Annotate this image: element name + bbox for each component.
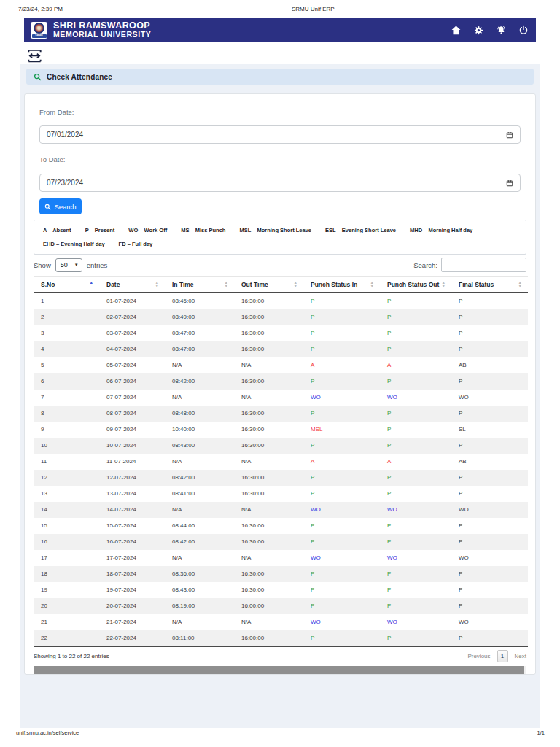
column-header-out-time[interactable]: Out Time▲▼ bbox=[234, 277, 303, 293]
column-header-in-time[interactable]: In Time▲▼ bbox=[165, 277, 234, 293]
table-cell: 15 bbox=[34, 518, 99, 534]
sidebar-toggle-icon[interactable] bbox=[26, 47, 43, 64]
home-icon[interactable] bbox=[450, 24, 462, 36]
horizontal-scrollbar-thumb[interactable] bbox=[34, 666, 524, 674]
column-header-punch-status-out[interactable]: Punch Status Out▲▼ bbox=[380, 277, 451, 293]
table-search-input[interactable] bbox=[441, 258, 526, 272]
table-cell: 08:43:00 bbox=[165, 582, 234, 598]
table-row: 1111-07-2024N/AN/AAAAB bbox=[34, 454, 528, 470]
notifications-bell-icon[interactable] bbox=[495, 24, 507, 36]
table-cell: P bbox=[303, 438, 380, 454]
table-row: 1818-07-202408:36:0016:30:00PPP bbox=[34, 566, 528, 582]
table-cell: P bbox=[380, 598, 451, 614]
table-cell: 01-07-2024 bbox=[99, 293, 165, 309]
table-cell: 08:19:00 bbox=[165, 598, 234, 614]
table-cell: P bbox=[303, 309, 380, 325]
table-cell: MSL bbox=[303, 422, 380, 438]
table-cell: 16:30:00 bbox=[234, 582, 303, 598]
table-row: 1414-07-2024N/AN/AWOWOWO bbox=[34, 502, 528, 518]
search-icon bbox=[34, 73, 42, 81]
table-cell: 02-07-2024 bbox=[99, 309, 165, 325]
sort-icon: ▲▼ bbox=[370, 281, 374, 288]
column-header-date[interactable]: Date▲▼ bbox=[99, 277, 165, 293]
table-cell: P bbox=[451, 486, 528, 502]
table-cell: P bbox=[303, 630, 380, 647]
table-cell: 20 bbox=[34, 598, 99, 614]
table-cell: P bbox=[451, 566, 528, 582]
column-header-final-status[interactable]: Final Status▲▼ bbox=[451, 277, 528, 293]
table-cell: 16:30:00 bbox=[234, 406, 303, 422]
table-row: 1919-07-202408:43:0016:30:00PPP bbox=[34, 582, 528, 598]
table-cell: WO bbox=[303, 550, 380, 566]
university-logo[interactable]: SRMU bbox=[31, 22, 47, 39]
brand-line2: MEMORIAL UNIVERSITY bbox=[53, 31, 151, 39]
column-header-punch-status-in[interactable]: Punch Status In▲▼ bbox=[303, 277, 380, 293]
table-cell: 16:30:00 bbox=[234, 309, 303, 325]
navbar: SRMU SHRI RAMSWAROOP MEMORIAL UNIVERSITY bbox=[24, 18, 536, 42]
print-url: unif.srmu.ac.in/selfservice bbox=[16, 729, 79, 736]
sort-icon: ▲▼ bbox=[518, 281, 522, 288]
table-cell: N/A bbox=[234, 502, 303, 518]
calendar-icon[interactable] bbox=[506, 179, 513, 187]
legend-row: EHD – Evening Half dayFD – Full day bbox=[43, 241, 517, 247]
table-cell: N/A bbox=[234, 454, 303, 470]
search-button[interactable]: Search bbox=[39, 198, 82, 214]
table-cell: 5 bbox=[34, 357, 99, 374]
to-date-value: 07/23/2024 bbox=[47, 179, 83, 187]
table-cell: 08:49:00 bbox=[165, 309, 234, 325]
logo-emblem bbox=[34, 23, 44, 34]
sort-icon: ▲▼ bbox=[155, 281, 159, 288]
current-page-button[interactable]: 1 bbox=[497, 650, 508, 662]
table-cell: P bbox=[380, 325, 451, 341]
to-date-input[interactable]: 07/23/2024 bbox=[39, 174, 521, 192]
table-cell: A bbox=[380, 454, 451, 470]
toolbar bbox=[24, 42, 536, 64]
page-title: Check Attendance bbox=[47, 73, 112, 81]
table-cell: 12 bbox=[34, 470, 99, 486]
column-label: In Time bbox=[172, 281, 194, 288]
table-cell: N/A bbox=[165, 614, 234, 630]
table-cell: P bbox=[380, 438, 451, 454]
calendar-icon[interactable] bbox=[506, 131, 513, 139]
table-cell: N/A bbox=[165, 502, 234, 518]
next-page-button[interactable]: Next bbox=[515, 653, 526, 659]
previous-page-button[interactable]: Previous bbox=[467, 653, 490, 659]
table-row: 1717-07-2024N/AN/AWOWOWO bbox=[34, 550, 528, 566]
page-title-bar: Check Attendance bbox=[26, 69, 534, 85]
table-row: 101-07-202408:45:0016:30:00PPP bbox=[34, 293, 528, 309]
table-cell: 22 bbox=[34, 630, 99, 647]
table-cell: 13-07-2024 bbox=[99, 486, 165, 502]
table-cell: WO bbox=[380, 614, 451, 630]
table-cell: P bbox=[451, 406, 528, 422]
column-header-s-no[interactable]: S.No▲▼ bbox=[34, 277, 99, 293]
table-cell: A bbox=[380, 357, 451, 374]
table-cell: P bbox=[451, 438, 528, 454]
table-row: 2222-07-202408:11:0016:00:00PPP bbox=[34, 630, 528, 647]
table-cell: N/A bbox=[234, 390, 303, 406]
to-date-label: To Date: bbox=[39, 155, 521, 163]
table-cell: 19-07-2024 bbox=[99, 582, 165, 598]
table-cell: P bbox=[451, 630, 528, 647]
table-header-row: S.No▲▼Date▲▼In Time▲▼Out Time▲▼Punch Sta… bbox=[34, 277, 528, 293]
page-size-select[interactable]: 50 ▼ bbox=[55, 258, 82, 272]
table-cell: P bbox=[451, 325, 528, 341]
table-cell: 16:30:00 bbox=[234, 374, 303, 390]
legend-item: A – Absent bbox=[43, 227, 71, 233]
attendance-table: S.No▲▼Date▲▼In Time▲▼Out Time▲▼Punch Sta… bbox=[34, 276, 528, 647]
table-cell: SL bbox=[451, 422, 528, 438]
table-row: 1616-07-202408:42:0016:30:00PPP bbox=[34, 534, 528, 550]
logout-power-icon[interactable] bbox=[518, 24, 529, 36]
table-search-label: Search: bbox=[413, 261, 438, 269]
table-cell: 21-07-2024 bbox=[99, 614, 165, 630]
table-cell: P bbox=[451, 374, 528, 390]
settings-gear-icon[interactable] bbox=[472, 24, 484, 36]
horizontal-scrollbar-track[interactable] bbox=[34, 666, 526, 674]
table-cell: P bbox=[451, 470, 528, 486]
from-date-input[interactable]: 07/01/2024 bbox=[39, 125, 521, 144]
table-cell: P bbox=[380, 341, 451, 357]
table-cell: 08:47:00 bbox=[165, 325, 234, 341]
table-cell: 16 bbox=[34, 534, 99, 550]
table-cell: 16:00:00 bbox=[234, 598, 303, 614]
table-row: 1515-07-202408:44:0016:30:00PPP bbox=[34, 518, 528, 534]
sort-icon: ▲▼ bbox=[294, 281, 298, 288]
